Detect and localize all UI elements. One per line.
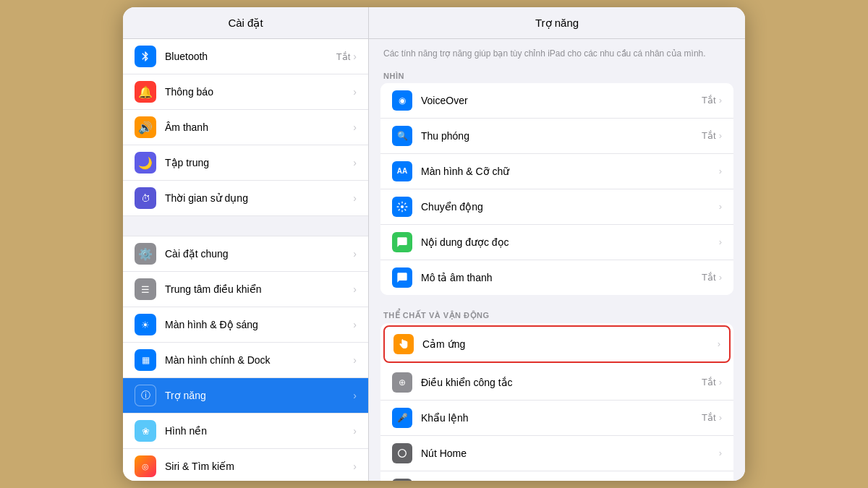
manhinh-chevron: › <box>353 319 357 330</box>
trungtam-chevron: › <box>353 283 357 295</box>
mota-label: Mô tả âm thanh <box>421 272 702 283</box>
tronang-icon: ⓘ <box>135 385 156 406</box>
main-panel: Các tính năng trợ năng giúp bạn tùy chỉn… <box>369 39 745 481</box>
caidatc-chevron: › <box>353 248 357 260</box>
amthanh-label: Âm thanh <box>165 121 353 133</box>
panel-item-khaulenh[interactable]: 🎤 Khẩu lệnh Tắt › <box>380 401 733 436</box>
siri-label: Siri & Tìm kiếm <box>165 461 353 472</box>
mota-chevron: › <box>719 272 722 283</box>
device-frame: Cài đặt Trợ năng Bluetooth Tắt › 🔔 Thông… <box>123 7 745 481</box>
voiceover-icon: ◉ <box>392 90 412 111</box>
appletvremote-icon: ▣ <box>392 479 412 481</box>
description-text: Các tính năng trợ năng giúp bạn tùy chỉn… <box>369 39 745 67</box>
sidebar-item-siri[interactable]: ◎ Siri & Tìm kiếm › <box>123 449 368 481</box>
camung-label: Cảm ứng <box>422 338 718 350</box>
chuyendong-label: Chuyển động <box>421 201 719 213</box>
thongbao-label: Thông báo <box>165 86 353 98</box>
sidebar-item-thoigian[interactable]: ⏱ Thời gian sử dụng › <box>123 181 368 216</box>
panel-item-noidung[interactable]: Nội dung được đọc › <box>380 225 733 260</box>
amthanh-icon: 🔊 <box>135 116 156 138</box>
chuyendong-chevron: › <box>719 201 722 212</box>
hinhnen-label: Hình nền <box>165 425 353 437</box>
dieukhtc-icon: ⊕ <box>392 372 412 393</box>
sidebar-item-manhinhdock[interactable]: ▦ Màn hình chính & Dock › <box>123 343 368 378</box>
manhinhdock-chevron: › <box>353 354 357 366</box>
section-header-thechat: THỂ CHẤT VÀ VẬN ĐỘNG <box>369 307 745 323</box>
mota-value: Tắt <box>702 272 716 283</box>
svg-point-1 <box>399 449 407 457</box>
thoigian-chevron: › <box>353 192 357 204</box>
nuthome-chevron: › <box>719 448 722 458</box>
panel-item-thuphong[interactable]: 🔍 Thu phóng Tắt › <box>380 119 733 154</box>
noidung-chevron: › <box>719 236 722 247</box>
taptrung-chevron: › <box>353 157 357 168</box>
thuphong-label: Thu phóng <box>421 130 702 142</box>
sidebar-item-caidatc[interactable]: ⚙️ Cài đặt chung › <box>123 236 368 272</box>
panel-item-appletvremote[interactable]: ▣ Apple TV Remote › <box>380 471 733 481</box>
manhinhdock-icon: ▦ <box>135 349 156 371</box>
dieukhtc-label: Điều khiển công tắc <box>421 377 702 388</box>
voiceover-value: Tắt <box>702 95 716 106</box>
panel-item-mota[interactable]: Mô tả âm thanh Tắt › <box>380 260 733 295</box>
camung-icon <box>393 334 414 354</box>
dieukhtc-chevron: › <box>719 377 722 388</box>
panel-item-dieukhtc[interactable]: ⊕ Điều khiển công tắc Tắt › <box>380 365 733 401</box>
panel-item-manhinhcochu[interactable]: AA Màn hình & Cỡ chữ › <box>380 154 733 189</box>
section-thechat: Cảm ứng › ⊕ Điều khiển công tắc Tắt › 🎤 … <box>380 323 733 481</box>
siri-icon: ◎ <box>135 455 156 477</box>
thoigian-label: Thời gian sử dụng <box>165 192 353 204</box>
camung-chevron: › <box>718 338 720 349</box>
khaulenh-icon: 🎤 <box>392 408 412 428</box>
manhinhcochu-label: Màn hình & Cỡ chữ <box>421 166 719 177</box>
thuphong-icon: 🔍 <box>392 126 412 146</box>
svg-point-0 <box>401 205 404 208</box>
thoigian-icon: ⏱ <box>135 187 156 209</box>
panel-item-nuthome[interactable]: Nút Home › <box>380 436 733 471</box>
sidebar-group-1: Bluetooth Tắt › 🔔 Thông báo › 🔊 Âm thanh… <box>123 39 368 216</box>
sidebar-title: Cài đặt <box>123 7 369 38</box>
khaulenh-chevron: › <box>719 412 722 423</box>
sidebar-item-thongbao[interactable]: 🔔 Thông báo › <box>123 74 368 110</box>
hinhnen-icon: ❀ <box>135 420 156 442</box>
panel-item-chuyendong[interactable]: Chuyển động › <box>380 189 733 225</box>
panel-item-voiceover[interactable]: ◉ VoiceOver Tắt › <box>380 83 733 119</box>
noidung-icon <box>392 232 412 252</box>
sidebar-item-tronang[interactable]: ⓘ Trợ năng › <box>123 378 368 414</box>
nuthome-icon <box>392 443 412 463</box>
taptrung-icon: 🌙 <box>135 152 156 174</box>
sidebar-item-manhinh[interactable]: ☀ Màn hình & Độ sáng › <box>123 307 368 343</box>
sidebar-item-hinhnen[interactable]: ❀ Hình nền › <box>123 414 368 449</box>
hinhnen-chevron: › <box>353 425 357 437</box>
sidebar-item-amthanh[interactable]: 🔊 Âm thanh › <box>123 110 368 145</box>
tronang-label: Trợ năng <box>165 390 353 401</box>
sidebar-item-bluetooth[interactable]: Bluetooth Tắt › <box>123 39 368 74</box>
sidebar-divider-1 <box>123 216 368 236</box>
khaulenh-value: Tắt <box>702 412 716 423</box>
mota-icon <box>392 267 412 288</box>
bluetooth-chevron: › <box>353 51 357 62</box>
siri-chevron: › <box>353 461 357 472</box>
caidatc-icon: ⚙️ <box>135 243 156 265</box>
panel-item-camung[interactable]: Cảm ứng › <box>383 325 731 363</box>
manhinhdock-label: Màn hình chính & Dock <box>165 354 353 366</box>
manhinh-icon: ☀ <box>135 314 156 335</box>
content-area: Bluetooth Tắt › 🔔 Thông báo › 🔊 Âm thanh… <box>123 39 745 481</box>
amthanh-chevron: › <box>353 121 357 133</box>
trungtam-icon: ☰ <box>135 278 156 300</box>
section-nhin: ◉ VoiceOver Tắt › 🔍 Thu phóng Tắt › AA M… <box>380 83 733 295</box>
chuyendong-icon <box>392 197 412 217</box>
voiceover-chevron: › <box>719 95 722 106</box>
voiceover-label: VoiceOver <box>421 95 702 106</box>
manhinhcochu-icon: AA <box>392 161 412 181</box>
sidebar-item-trungtam[interactable]: ☰ Trung tâm điều khiển › <box>123 272 368 307</box>
nuthome-label: Nút Home <box>421 448 719 459</box>
tronang-chevron: › <box>353 390 357 401</box>
thongbao-icon: 🔔 <box>135 81 156 103</box>
manhinhcochu-chevron: › <box>719 166 722 176</box>
main-title: Trợ năng <box>369 7 745 38</box>
bluetooth-icon <box>135 46 156 67</box>
section-header-nhin: NHÌN <box>369 67 745 83</box>
bluetooth-label: Bluetooth <box>165 51 336 62</box>
sidebar-item-taptrung[interactable]: 🌙 Tập trung › <box>123 145 368 181</box>
caidatc-label: Cài đặt chung <box>165 248 353 260</box>
